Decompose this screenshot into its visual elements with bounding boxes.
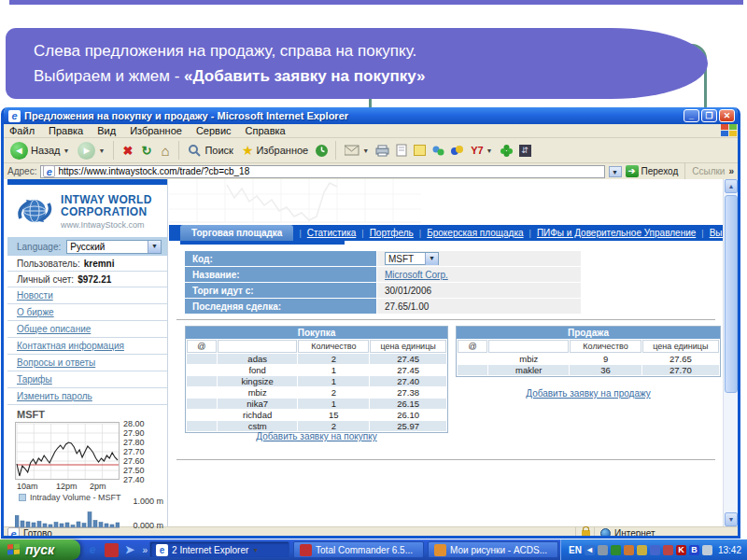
mail-dropdown-icon[interactable]: ▼ [362,147,369,154]
search-button[interactable]: Поиск [185,143,235,159]
menu-item[interactable]: Вид [97,125,116,136]
language-select[interactable]: Русский ▼ [66,240,162,254]
order-cell [458,354,487,364]
sidebar-link[interactable]: Контактная информация [17,341,124,351]
menu-item[interactable]: Файл [9,125,35,136]
yahoo-dropdown-icon[interactable]: ▼ [486,147,493,154]
task-group-dropdown-icon[interactable]: ▼ [252,547,259,553]
order-row[interactable]: fond127.45 [187,365,446,375]
order-row[interactable]: adas227.45 [187,354,446,364]
code-select[interactable]: MSFT▼ [385,252,439,265]
total-commander-quicklaunch-icon[interactable] [105,543,119,557]
go-button[interactable]: ➔ Переход [626,165,679,177]
restore-button[interactable]: ❐ [701,109,717,122]
company-link[interactable]: Microsoft Corp. [385,270,448,280]
tray-firewall-icon[interactable] [663,545,673,555]
scroll-down-icon[interactable]: ▼ [725,512,738,526]
edit-button[interactable] [393,143,409,159]
volume-icon[interactable] [702,545,712,555]
order-row[interactable]: mbiz927.65 [458,354,719,364]
tab-link[interactable]: ПИФы и Доверительное Управление [537,228,696,238]
sidebar-link[interactable]: Общее описание [17,324,91,334]
site-logo[interactable]: INTWAY WORLD CORPORATION www.IntwayStock… [7,185,167,237]
menu-item[interactable]: Справка [246,125,286,136]
sidebar-link[interactable]: Тарифы [17,374,52,385]
tray-update-icon[interactable] [637,545,647,555]
back-dropdown-icon[interactable]: ▼ [63,147,70,154]
title-bar[interactable]: e Предложения на покупку и продажу - Mic… [4,107,738,124]
stop-button[interactable]: ✖ [120,143,135,159]
scroll-up-icon[interactable]: ▲ [725,179,738,193]
add-sell-order-link[interactable]: Добавить заявку на продажу [526,388,651,399]
taskbar: пуск e➤ » e2 Internet Explorer▼Total Com… [0,539,747,560]
sidebar-link[interactable]: О бирже [17,307,54,317]
menu-item[interactable]: Избранное [130,125,182,136]
ie-quicklaunch-icon[interactable]: e [86,543,100,557]
code-dropdown-icon[interactable]: ▼ [425,253,438,265]
icq-button[interactable] [499,143,514,159]
order-row[interactable]: kingsize127.40 [187,376,446,386]
tab-link[interactable]: Портфель [370,228,414,238]
start-button[interactable]: пуск [0,539,80,560]
sidebar-link-row: Вопросы и ответы [7,355,167,371]
order-cell: makler [488,365,569,375]
tab-active[interactable]: Торговая площадка [180,225,293,241]
kaspersky-icon[interactable]: K [676,545,686,555]
links-label[interactable]: Ссылки [692,166,725,176]
address-input[interactable]: e https://www.intwaystock.com/trade/?cb=… [40,165,604,178]
tray-messenger-icon[interactable] [650,545,660,555]
yahoo-button[interactable]: Y7 ▼ [468,144,495,157]
tab-link[interactable]: Статистика [307,228,357,238]
favorites-button[interactable]: ★ Избранное [239,142,311,159]
forward-button[interactable]: ► ▼ [75,141,107,161]
home-button[interactable]: ⌂ [157,143,173,159]
download-manager-button[interactable]: ⇵ [517,143,533,159]
back-button[interactable]: ◄ Назад ▼ [7,141,72,161]
order-cell: 2 [298,387,369,398]
minimize-button[interactable]: _ [684,109,699,122]
sidebar-link[interactable]: Вопросы и ответы [17,357,95,368]
task-button[interactable]: e2 Internet Explorer▼ [149,541,289,558]
language-indicator[interactable]: EN [569,545,582,555]
task-button[interactable]: Мои рисунки - ACDS... [428,541,558,558]
order-cell: kingsize [218,376,298,386]
notes-button[interactable] [412,143,428,159]
history-button[interactable] [314,143,330,159]
msn-button[interactable] [449,143,465,159]
tray-b-icon[interactable]: B [689,545,699,555]
order-row[interactable]: cstm225.97 [187,421,446,431]
forward-dropdown-icon[interactable]: ▼ [98,147,105,154]
menu-item[interactable]: Правка [49,125,83,136]
scrollbar-thumb[interactable] [725,195,738,393]
order-row[interactable]: makler3627.70 [458,365,719,375]
messenger-button[interactable] [430,143,446,159]
sidebar-link[interactable]: Новости [17,290,53,301]
y-tick-label: 27.40 [123,475,164,484]
address-dropdown-icon[interactable]: ▼ [609,166,622,177]
order-row[interactable]: nika7126.15 [187,399,446,409]
desktop-icon[interactable]: ➤ [123,543,137,557]
tray-alert-icon[interactable] [624,545,634,555]
tray-display-icon[interactable] [598,545,608,555]
refresh-button[interactable]: ↻ [138,143,154,159]
x-tick-label: 2pm [90,482,106,491]
status-page-icon: e [7,527,20,539]
links-chevron-icon[interactable]: » [728,166,734,176]
sidebar-link[interactable]: Изменить пароль [17,391,92,401]
task-button[interactable]: Total Commander 6.5... [293,541,424,558]
print-button[interactable] [374,143,390,159]
menu-item[interactable]: Сервис [196,125,232,136]
vertical-scrollbar[interactable]: ▲ ▼ [723,179,738,526]
mail-button[interactable]: ▼ [342,144,372,157]
add-buy-order-link[interactable]: Добавить заявку на покупку [256,431,376,441]
order-row[interactable]: mbiz227.38 [187,387,446,398]
language-dropdown-icon[interactable]: ▼ [148,241,161,253]
tab-link[interactable]: Брокерская площадка [427,228,523,238]
close-button[interactable]: ✕ [719,109,735,122]
status-text: Готово [23,528,52,539]
tray-switcher-icon[interactable]: ◄ [585,545,595,555]
order-row[interactable]: richdad1526.10 [187,410,446,420]
column-header [488,340,569,353]
tray-network-icon[interactable] [611,545,621,555]
order-cell [187,376,217,386]
